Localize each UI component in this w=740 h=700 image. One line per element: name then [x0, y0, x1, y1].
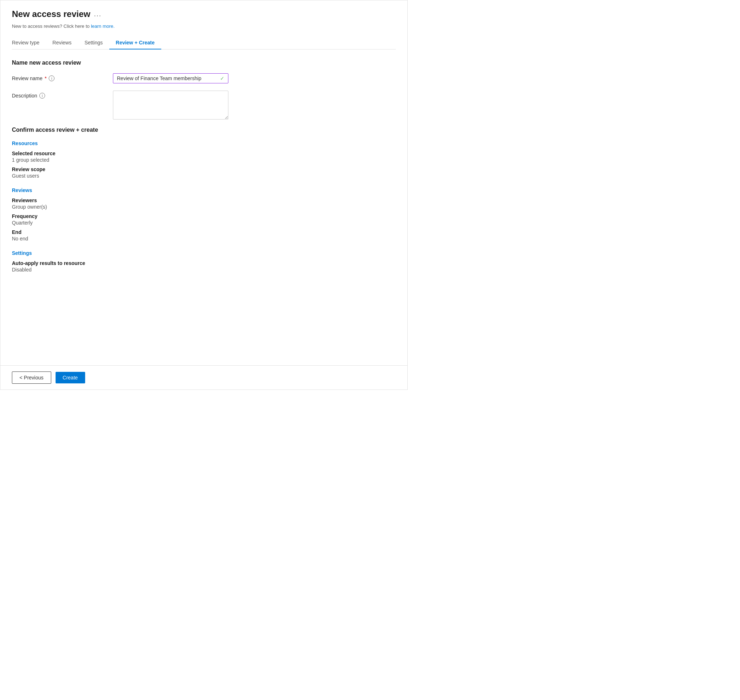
description-input[interactable] [113, 91, 228, 119]
end-value: No end [12, 236, 396, 241]
main-content: New access review ... New to access revi… [0, 0, 407, 365]
reviewers-field: Reviewers Group owner(s) [12, 197, 396, 210]
frequency-value: Quarterly [12, 220, 396, 226]
name-section-title: Name new access review [12, 60, 396, 66]
resources-group-title: Resources [12, 140, 396, 146]
end-field: End No end [12, 229, 396, 241]
previous-button[interactable]: < Previous [12, 372, 51, 384]
end-label: End [12, 229, 396, 235]
confirm-title: Confirm access review + create [12, 127, 396, 133]
footer: < Previous Create [0, 365, 407, 390]
page-title-row: New access review ... [12, 9, 396, 19]
auto-apply-value: Disabled [12, 267, 396, 272]
create-button[interactable]: Create [56, 372, 85, 383]
frequency-label: Frequency [12, 213, 396, 219]
reviews-group: Reviews Reviewers Group owner(s) Frequen… [12, 187, 396, 241]
description-info-icon[interactable]: i [39, 93, 45, 99]
review-name-info-icon[interactable]: i [49, 75, 54, 81]
learn-more-prefix: New to access reviews? Click here to [12, 24, 90, 29]
learn-more-row: New to access reviews? Click here to lea… [12, 24, 396, 29]
tabs-row: Review type Reviews Settings Review + Cr… [12, 36, 396, 50]
learn-more-link[interactable]: learn more. [91, 24, 115, 29]
review-scope-field: Review scope Guest users [12, 166, 396, 179]
reviewers-label: Reviewers [12, 197, 396, 203]
review-name-value: Review of Finance Team membership [117, 75, 220, 81]
resources-group: Resources Selected resource 1 group sele… [12, 140, 396, 179]
settings-group: Settings Auto-apply results to resource … [12, 250, 396, 272]
review-name-row: Review name * i Review of Finance Team m… [12, 73, 396, 83]
auto-apply-label: Auto-apply results to resource [12, 260, 396, 266]
reviews-group-title: Reviews [12, 187, 396, 193]
frequency-field: Frequency Quarterly [12, 213, 396, 226]
tab-review-type[interactable]: Review type [12, 36, 46, 49]
page-container: New access review ... New to access revi… [0, 0, 408, 390]
settings-group-title: Settings [12, 250, 396, 256]
review-scope-value: Guest users [12, 173, 396, 179]
review-scope-label: Review scope [12, 166, 396, 172]
review-name-label: Review name * i [12, 73, 113, 81]
selected-resource-label: Selected resource [12, 150, 396, 156]
description-label: Description i [12, 91, 113, 99]
description-row: Description i [12, 91, 396, 119]
review-name-input-wrapper[interactable]: Review of Finance Team membership ✓ [113, 73, 228, 83]
reviewers-value: Group owner(s) [12, 204, 396, 210]
page-title: New access review [12, 9, 91, 19]
selected-resource-value: 1 group selected [12, 157, 396, 163]
required-indicator: * [45, 75, 47, 81]
tab-settings[interactable]: Settings [78, 36, 109, 49]
tab-review-create[interactable]: Review + Create [109, 36, 161, 49]
tab-reviews[interactable]: Reviews [46, 36, 78, 49]
review-name-check-icon: ✓ [220, 75, 225, 81]
auto-apply-field: Auto-apply results to resource Disabled [12, 260, 396, 272]
more-options-icon[interactable]: ... [94, 10, 102, 18]
confirm-section: Confirm access review + create Resources… [12, 127, 396, 272]
selected-resource-field: Selected resource 1 group selected [12, 150, 396, 163]
